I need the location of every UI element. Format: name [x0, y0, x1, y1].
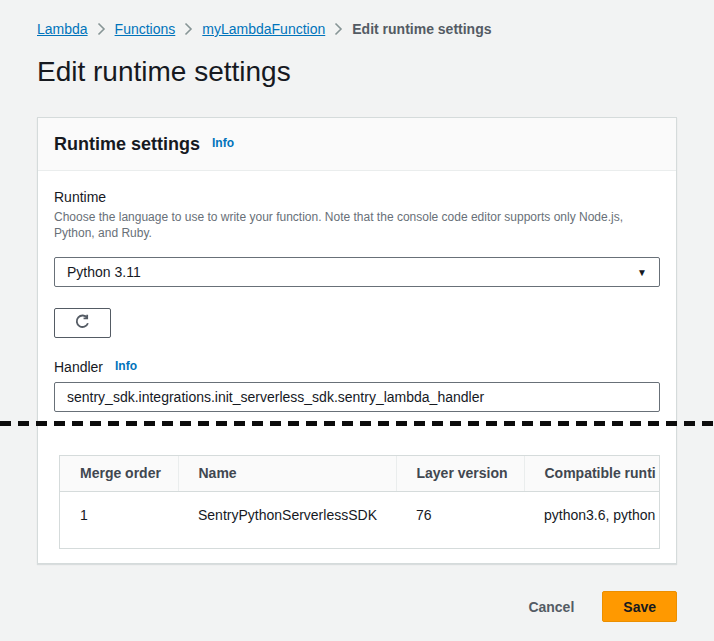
column-header-merge-order: Merge order	[60, 456, 178, 491]
cell-merge-order: 1	[60, 491, 178, 548]
breadcrumb-chevron-icon	[97, 22, 106, 36]
footer-actions: Cancel Save	[528, 591, 677, 622]
breadcrumb: Lambda Functions myLambdaFunction Edit r…	[37, 21, 491, 37]
runtime-select[interactable]: Python 3.11 ▼	[54, 257, 660, 287]
panel-title: Runtime settings	[54, 134, 200, 155]
column-header-layer-version: Layer version	[396, 456, 524, 491]
handler-field-label: Handler	[54, 358, 103, 376]
breadcrumb-lambda-link[interactable]: Lambda	[37, 21, 88, 37]
page-title: Edit runtime settings	[37, 56, 291, 88]
runtime-field-label: Runtime	[54, 188, 660, 206]
table-header-row: Merge order Name Layer version Compatibl…	[60, 456, 660, 491]
layers-table: Merge order Name Layer version Compatibl…	[59, 455, 660, 549]
handler-input[interactable]	[54, 382, 660, 412]
cell-layer-name: SentryPythonServerlessSDK	[178, 491, 396, 548]
runtime-settings-panel: Runtime settings Info Runtime Choose the…	[37, 117, 677, 564]
cell-compatible-runtimes: python3.6, python	[524, 491, 660, 548]
breadcrumb-current-page: Edit runtime settings	[352, 21, 491, 37]
column-header-compatible-runtimes: Compatible runti	[524, 456, 660, 491]
runtime-select-value: Python 3.11	[67, 264, 141, 280]
runtime-field-description: Choose the language to use to write your…	[54, 209, 666, 241]
table-row: 1 SentryPythonServerlessSDK 76 python3.6…	[60, 491, 660, 548]
breadcrumb-chevron-icon	[334, 22, 343, 36]
dashed-cut-line	[0, 421, 714, 426]
breadcrumb-functions-link[interactable]: Functions	[115, 21, 176, 37]
panel-body: Runtime Choose the language to use to wr…	[38, 171, 676, 549]
chevron-down-icon: ▼	[637, 267, 647, 278]
handler-info-link[interactable]: Info	[115, 359, 137, 373]
cell-layer-version: 76	[396, 491, 524, 548]
refresh-runtimes-button[interactable]	[54, 308, 111, 338]
cancel-button[interactable]: Cancel	[528, 599, 574, 615]
column-header-name: Name	[178, 456, 396, 491]
panel-header: Runtime settings Info	[38, 118, 676, 171]
breadcrumb-chevron-icon	[184, 22, 193, 36]
runtime-settings-info-link[interactable]: Info	[212, 136, 234, 150]
save-button[interactable]: Save	[602, 591, 677, 622]
breadcrumb-function-name-link[interactable]: myLambdaFunction	[202, 21, 325, 37]
refresh-icon	[74, 313, 91, 333]
